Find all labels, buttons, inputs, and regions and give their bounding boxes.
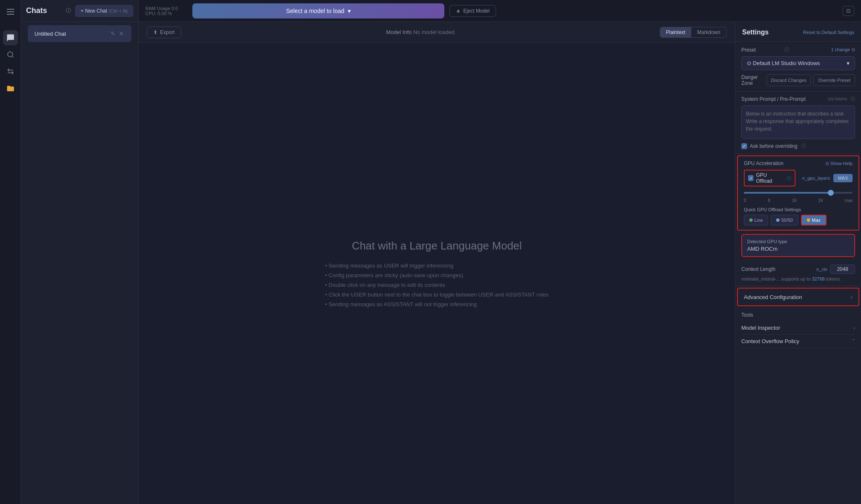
low-dot <box>749 218 753 222</box>
sidebar-info-icon: ⓘ <box>66 7 71 14</box>
ask-override-checkbox[interactable]: ✓ <box>741 143 747 149</box>
sidebar-title: Chats <box>26 6 62 15</box>
settings-panel: Settings Reset to Default Settings Prese… <box>735 22 861 504</box>
danger-zone-row: Danger Zone Discard Changes Override Pre… <box>741 74 855 86</box>
slider-label-max: max <box>845 198 853 203</box>
context-overflow-chevron: ˅ <box>852 338 855 344</box>
show-help-btn[interactable]: ⊙ Show Help <box>825 161 853 166</box>
tip-5: • Sending messages as ASSISTANT will not… <box>325 301 549 307</box>
plaintext-btn[interactable]: Plaintext <box>660 27 691 37</box>
detected-gpu-value: AMD ROCm <box>747 246 849 252</box>
gpu-offload-row-container: ✓ GPU Offload ⓘ n_gpu_layers MAX <box>744 170 853 186</box>
main-wrapper: RAM Usage 0.0 CPU: 0.00 % Select a model… <box>139 0 861 504</box>
nav-icon-folder[interactable] <box>3 81 18 96</box>
n-ctx-label: n_ctx <box>816 267 827 272</box>
context-length-section: Context Length n_ctx mistralai_mistral-.… <box>735 260 861 286</box>
svg-line-4 <box>12 56 13 57</box>
override-preset-btn[interactable]: Override Preset <box>814 74 855 86</box>
gpu-offload-box: ✓ GPU Offload ⓘ <box>744 170 795 186</box>
preset-label: Preset <box>741 47 783 53</box>
export-button[interactable]: ⬆ Export <box>147 26 181 38</box>
change-badge: 1 change ⊙ <box>831 47 855 52</box>
slider-label-16: 16 <box>792 198 796 203</box>
nav-icon-chat[interactable] <box>3 30 18 45</box>
model-inspector-label: Model Inspector <box>741 325 853 331</box>
system-prompt-title: System Prompt / Pre-Prompt <box>741 96 828 102</box>
slider-fill <box>744 192 833 194</box>
preset-dropdown[interactable]: ⊙ Default LM Studio Windows ▾ <box>741 56 855 70</box>
nav-icon-arrows[interactable] <box>3 64 18 79</box>
gpu-offload-label: GPU Offload <box>756 172 782 184</box>
close-chat-btn[interactable]: ✕ <box>118 29 125 38</box>
system-prompt-textarea[interactable] <box>741 105 855 139</box>
sidebar-toggle-btn[interactable] <box>3 4 18 19</box>
preset-dropdown-label: ⊙ Default LM Studio Windows <box>747 60 820 66</box>
gpu-slider-container: 0 8 16 24 max <box>744 190 853 203</box>
ctx-tokens-label: tokens. <box>826 276 841 281</box>
sidebar-topbar: Chats ⓘ + New Chat (Ctrl + N) <box>21 0 138 22</box>
view-toggle: Plaintext Markdown <box>660 27 727 38</box>
gpu-offload-checkbox[interactable]: ✓ <box>748 175 753 181</box>
chat-item-title: Untitled Chat <box>34 31 110 37</box>
context-overflow-row[interactable]: Context Overflow Policy ˅ <box>741 335 855 348</box>
model-info-label: Model Info <box>386 29 412 35</box>
model-no-loaded: No model loaded <box>413 29 454 35</box>
svg-point-3 <box>8 52 13 57</box>
quick-gpu-label: Quick GPU Offload Settings <box>744 207 853 212</box>
gpu-slider-labels: 0 8 16 24 max <box>744 198 853 203</box>
n-gpu-layers-label: n_gpu_layers <box>802 176 830 181</box>
tip-4: • Click the USER button next to the chat… <box>325 291 549 298</box>
chat-item[interactable]: Untitled Chat ✎ ✕ <box>28 25 131 42</box>
tip-1: • Sending messages as USER will trigger … <box>325 262 549 269</box>
nav-icon-search[interactable] <box>3 47 18 62</box>
gpu-slider-track <box>744 190 853 196</box>
quick-gpu-max-label: Max <box>812 218 821 223</box>
quick-gpu-mid-btn[interactable]: 50/50 <box>771 215 798 226</box>
slider-label-24: 24 <box>818 198 823 203</box>
ask-override-row: ✓ Ask before overriding ⓘ <box>741 143 855 149</box>
model-inspector-row[interactable]: Model Inspector › <box>741 321 855 335</box>
model-select-button[interactable]: Select a model to load ▾ <box>192 3 444 18</box>
quick-gpu-mid-label: 50/50 <box>781 218 793 223</box>
new-chat-label: + New Chat <box>81 8 107 14</box>
model-select-label: Select a model to load <box>286 8 344 14</box>
chat-toolbar: ⬆ Export Model Info No model loaded Plai… <box>139 22 735 43</box>
cpu-usage: CPU: 0.00 % <box>145 11 187 16</box>
edit-chat-btn[interactable]: ✎ <box>110 29 116 38</box>
slider-label-8: 8 <box>768 198 770 203</box>
ask-override-label: Ask before overriding <box>750 143 797 149</box>
quick-gpu-low-label: Low <box>754 218 763 223</box>
danger-zone-label: Danger Zone <box>741 74 764 86</box>
gpu-checkbox-check: ✓ <box>749 176 753 181</box>
ctx-value-input[interactable] <box>830 265 855 274</box>
ctx-desc-text: mistralai_mistral-... supports up to <box>741 276 811 281</box>
new-chat-shortcut: (Ctrl + N) <box>109 8 128 13</box>
eject-icon <box>456 8 461 13</box>
model-info: Model Info No model loaded <box>188 29 653 35</box>
tools-section: Tools Model Inspector › Context Overflow… <box>735 308 861 352</box>
discard-changes-btn[interactable]: Discard Changes <box>766 74 811 86</box>
advanced-config-row[interactable]: Advanced Configuration › <box>737 288 859 306</box>
export-icon: ⬆ <box>153 29 158 35</box>
gpu-offload-info: ⓘ <box>787 175 791 181</box>
quick-gpu-max-btn[interactable]: Max <box>801 215 827 226</box>
checkbox-check: ✓ <box>743 144 746 148</box>
max-layers-btn[interactable]: MAX <box>833 174 853 182</box>
mid-dot <box>776 218 780 222</box>
svg-rect-0 <box>7 9 14 10</box>
export-label: Export <box>160 29 175 35</box>
markdown-btn[interactable]: Markdown <box>691 27 726 37</box>
svg-rect-2 <box>7 14 14 15</box>
window-btn[interactable]: ⊡ <box>843 6 854 16</box>
slider-thumb[interactable] <box>828 190 834 196</box>
gpu-acceleration-section: GPU Acceleration ⊙ Show Help ✓ GPU Offlo… <box>737 155 859 231</box>
system-prompt-header: System Prompt / Pre-Prompt n/a tokens ⓘ <box>741 96 855 102</box>
chat-item-actions: ✎ ✕ <box>110 29 125 38</box>
reset-defaults-btn[interactable]: Reset to Default Settings <box>803 30 854 35</box>
gpu-acceleration-title: GPU Acceleration <box>744 160 825 166</box>
sidebar: Chats ⓘ + New Chat (Ctrl + N) Untitled C… <box>21 0 139 504</box>
advanced-config-chevron: › <box>850 294 853 300</box>
eject-model-button[interactable]: Eject Model <box>449 5 496 17</box>
new-chat-button[interactable]: + New Chat (Ctrl + N) <box>75 5 133 17</box>
quick-gpu-low-btn[interactable]: Low <box>744 215 768 226</box>
